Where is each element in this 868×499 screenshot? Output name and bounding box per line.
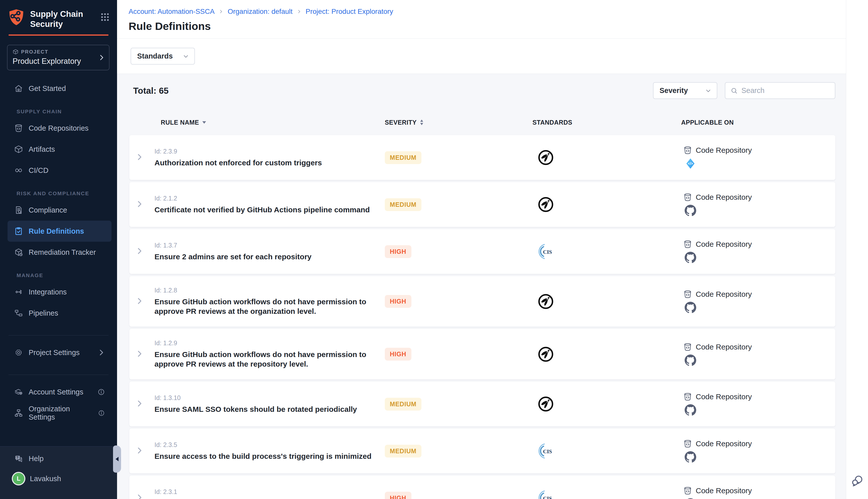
user-name: Lavakush [30,475,61,483]
help-label: Help [29,454,44,463]
project-name: Product Exploratory [13,57,104,66]
github-icon [685,252,696,263]
code-repository-icon [683,342,692,352]
breadcrumb-project[interactable]: Project: Product Exploratory [306,8,393,15]
sidebar-item-account-settings[interactable]: Account Settings [8,381,112,402]
applicable-on-cell: Code Repository [683,193,835,216]
project-selector[interactable]: PROJECT Product Exploratory [7,45,110,70]
row-expand-chevron-icon[interactable] [135,350,144,358]
owasp-icon [537,346,554,363]
standards-cell: CIS [537,243,683,260]
project-label: PROJECT [21,49,48,55]
standards-cell [537,396,683,412]
table-row[interactable]: Id: 2.1.2 Certificate not verified by Gi… [129,182,835,227]
breadcrumb-organization[interactable]: Organization: default [227,8,292,15]
search-icon [730,87,738,95]
applicable-label: Code Repository [696,193,752,202]
user-menu[interactable]: L Lavakush [8,468,112,489]
column-header-severity[interactable]: SEVERITY [385,119,532,126]
row-expand-chevron-icon[interactable] [135,494,144,499]
breadcrumb: Account: Automation-SSCA Organization: d… [128,8,846,15]
sidebar-item-label: Integrations [29,288,67,296]
sidebar-item-artifacts[interactable]: Artifacts [8,139,112,160]
sidebar-item-code-repositories[interactable]: Code Repositories [8,118,112,139]
chat-support-icon[interactable] [851,474,864,487]
cis-icon: CIS [537,243,554,260]
table-row[interactable]: Id: 2.3.1 Ensure all build steps are def… [129,476,835,499]
rule-id: Id: 2.3.1 [154,488,385,496]
sidebar-collapse-handle[interactable] [113,446,121,473]
sidebar-item-project-settings[interactable]: Project Settings [8,342,112,363]
content-head: Total: 65 Severity [129,82,835,99]
row-expand-chevron-icon[interactable] [135,200,144,208]
sidebar-item-compliance[interactable]: Compliance [8,199,112,221]
applicable-label: Code Repository [696,439,752,448]
sidebar-item-label: Account Settings [29,388,83,396]
table-row[interactable]: Id: 1.3.10 Ensure SAML SSO tokens should… [129,382,835,426]
sidebar-item-remediation-tracker[interactable]: Remediation Tracker [8,242,112,263]
github-icon [685,451,696,463]
row-expand-chevron-icon[interactable] [135,247,144,255]
sidebar-item-integrations[interactable]: Integrations [8,281,112,303]
sidebar-item-help[interactable]: ? Help [8,449,112,468]
cis-icon: CIS [537,443,554,459]
sidebar-nav: Get StartedSUPPLY CHAINCode Repositories… [0,70,117,424]
providers [683,205,835,216]
app-switcher-grid-icon[interactable] [100,12,110,22]
severity-filter-dropdown[interactable]: Severity [653,82,717,99]
table-row[interactable]: Id: 1.2.9 Ensure GitHub action workflows… [129,329,835,379]
row-expand-chevron-icon[interactable] [135,447,144,454]
main-area: Account: Automation-SSCA Organization: d… [117,0,846,499]
table-row[interactable]: Id: 2.3.9 Authorization not enforced for… [129,135,835,180]
rule-id: Id: 2.3.5 [154,441,385,449]
search-input[interactable] [741,86,830,95]
standards-cell: CIS [537,443,683,459]
column-header-rule-name[interactable]: RULE NAME [161,119,385,126]
chevron-right-icon [97,349,105,356]
providers [683,404,835,416]
providers [683,252,835,263]
cis-icon: CIS [537,490,554,499]
harness-code-icon: </> [685,158,696,169]
chevron-down-icon [705,87,712,94]
info-icon [97,388,105,396]
applicable-on-cell: Code Repository [683,486,835,499]
github-icon [685,354,696,366]
github-icon [685,404,696,416]
standards-cell [537,149,683,166]
rule-name: Ensure SAML SSO tokens should be rotated… [154,404,385,414]
standards-filter-dropdown[interactable]: Standards [131,48,195,64]
rule-name: Ensure GitHub action workflows do not ha… [154,297,385,316]
standards-cell [537,196,683,213]
owasp-icon [537,396,554,412]
severity-badge: HIGH [385,245,411,258]
row-expand-chevron-icon[interactable] [135,297,144,305]
breadcrumb-chevron-icon [297,9,302,14]
table-row[interactable]: Id: 1.2.8 Ensure GitHub action workflows… [129,276,835,327]
table-row[interactable]: Id: 1.3.7 Ensure 2 admins are set for ea… [129,229,835,274]
sidebar-item-rule-definitions[interactable]: Rule Definitions [8,221,112,242]
account-settings-icon [14,387,23,397]
github-icon [685,205,696,216]
applicable-label: Code Repository [696,343,752,351]
chevron-right-icon [98,54,105,61]
sidebar-item-get-started[interactable]: Get Started [8,78,112,99]
sidebar-item-ci-cd[interactable]: CI/CD [8,160,112,181]
severity-badge: MEDIUM [385,198,421,211]
code-repository-icon [683,486,692,495]
sidebar-item-pipelines[interactable]: Pipelines [8,303,112,324]
pipelines-icon [14,308,23,318]
code-repository-icon [683,240,692,249]
sidebar-item-organization-settings[interactable]: Organization Settings [8,402,112,424]
applicable-on-cell: Code Repository </> [683,146,835,169]
sidebar-item-label: Compliance [29,206,67,214]
breadcrumb-account[interactable]: Account: Automation-SSCA [128,8,214,15]
table-row[interactable]: Id: 2.3.5 Ensure access to the build pro… [129,429,835,473]
svg-text:CIS: CIS [543,249,552,255]
row-expand-chevron-icon[interactable] [135,153,144,161]
sort-descending-icon [202,121,207,124]
column-header-standards: STANDARDS [532,119,681,126]
rules-table-body: Id: 2.3.9 Authorization not enforced for… [129,135,835,499]
standards-filter-label: Standards [137,52,173,60]
row-expand-chevron-icon[interactable] [135,400,144,407]
